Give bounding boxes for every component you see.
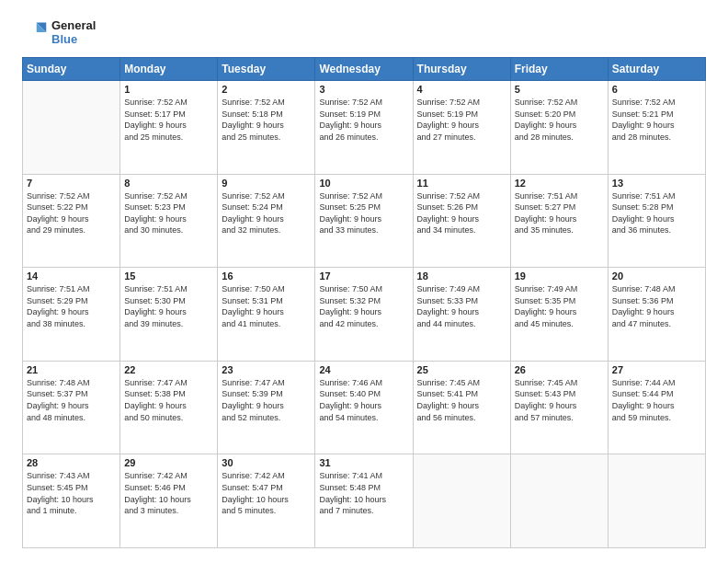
day-number: 17 <box>319 270 408 282</box>
day-info: Sunrise: 7:52 AM Sunset: 5:23 PM Dayligh… <box>124 190 213 236</box>
calendar-cell: 29Sunrise: 7:42 AM Sunset: 5:46 PM Dayli… <box>120 454 218 548</box>
day-info: Sunrise: 7:45 AM Sunset: 5:41 PM Dayligh… <box>417 377 506 423</box>
day-info: Sunrise: 7:50 AM Sunset: 5:31 PM Dayligh… <box>222 283 311 329</box>
day-number: 15 <box>124 270 213 282</box>
day-number: 28 <box>27 457 116 468</box>
day-number: 25 <box>417 364 506 375</box>
calendar-cell: 21Sunrise: 7:48 AM Sunset: 5:37 PM Dayli… <box>23 361 120 454</box>
day-number: 3 <box>319 84 408 95</box>
day-info: Sunrise: 7:51 AM Sunset: 5:30 PM Dayligh… <box>124 283 213 329</box>
day-info: Sunrise: 7:42 AM Sunset: 5:47 PM Dayligh… <box>222 470 311 516</box>
calendar-week-4: 28Sunrise: 7:43 AM Sunset: 5:45 PM Dayli… <box>23 454 706 548</box>
day-number: 4 <box>417 84 506 95</box>
day-number: 18 <box>417 270 506 282</box>
calendar-header-tuesday: Tuesday <box>218 58 315 81</box>
day-info: Sunrise: 7:50 AM Sunset: 5:32 PM Dayligh… <box>319 283 408 329</box>
day-number: 31 <box>319 457 408 468</box>
day-number: 7 <box>27 178 116 189</box>
day-number: 11 <box>417 178 506 189</box>
day-number: 19 <box>515 270 604 282</box>
logo-text: General Blue <box>51 18 96 46</box>
day-info: Sunrise: 7:49 AM Sunset: 5:35 PM Dayligh… <box>515 283 604 329</box>
calendar-cell: 2Sunrise: 7:52 AM Sunset: 5:18 PM Daylig… <box>218 81 315 175</box>
calendar-cell: 22Sunrise: 7:47 AM Sunset: 5:38 PM Dayli… <box>120 361 218 454</box>
day-info: Sunrise: 7:52 AM Sunset: 5:21 PM Dayligh… <box>612 97 701 143</box>
day-number: 2 <box>222 84 311 95</box>
day-info: Sunrise: 7:42 AM Sunset: 5:46 PM Dayligh… <box>124 470 213 516</box>
calendar-body: 1Sunrise: 7:52 AM Sunset: 5:17 PM Daylig… <box>23 81 706 548</box>
calendar-week-3: 21Sunrise: 7:48 AM Sunset: 5:37 PM Dayli… <box>23 361 706 454</box>
calendar-cell: 25Sunrise: 7:45 AM Sunset: 5:41 PM Dayli… <box>413 361 510 454</box>
calendar-cell: 18Sunrise: 7:49 AM Sunset: 5:33 PM Dayli… <box>413 268 510 362</box>
calendar-header-saturday: Saturday <box>608 58 705 81</box>
calendar-header-thursday: Thursday <box>413 58 510 81</box>
day-number: 12 <box>515 178 604 189</box>
logo: General Blue <box>22 18 96 46</box>
calendar-header-friday: Friday <box>510 58 608 81</box>
calendar-cell: 28Sunrise: 7:43 AM Sunset: 5:45 PM Dayli… <box>23 454 120 548</box>
day-number: 10 <box>319 178 408 189</box>
calendar-week-0: 1Sunrise: 7:52 AM Sunset: 5:17 PM Daylig… <box>23 81 706 175</box>
day-info: Sunrise: 7:51 AM Sunset: 5:29 PM Dayligh… <box>27 283 116 329</box>
day-number: 5 <box>515 84 604 95</box>
day-info: Sunrise: 7:52 AM Sunset: 5:26 PM Dayligh… <box>417 190 506 236</box>
day-info: Sunrise: 7:52 AM Sunset: 5:22 PM Dayligh… <box>27 190 116 236</box>
day-info: Sunrise: 7:48 AM Sunset: 5:36 PM Dayligh… <box>612 283 701 329</box>
calendar-cell: 5Sunrise: 7:52 AM Sunset: 5:20 PM Daylig… <box>510 81 608 175</box>
calendar-cell: 23Sunrise: 7:47 AM Sunset: 5:39 PM Dayli… <box>218 361 315 454</box>
day-number: 23 <box>222 364 311 375</box>
calendar-cell: 30Sunrise: 7:42 AM Sunset: 5:47 PM Dayli… <box>218 454 315 548</box>
calendar-cell <box>510 454 608 548</box>
calendar-cell: 14Sunrise: 7:51 AM Sunset: 5:29 PM Dayli… <box>23 268 120 362</box>
calendar-header-row: SundayMondayTuesdayWednesdayThursdayFrid… <box>23 58 706 81</box>
logo-icon <box>22 19 48 45</box>
day-number: 24 <box>319 364 408 375</box>
calendar-header-wednesday: Wednesday <box>315 58 413 81</box>
calendar-cell: 20Sunrise: 7:48 AM Sunset: 5:36 PM Dayli… <box>608 268 705 362</box>
day-info: Sunrise: 7:52 AM Sunset: 5:24 PM Dayligh… <box>222 190 311 236</box>
calendar-week-1: 7Sunrise: 7:52 AM Sunset: 5:22 PM Daylig… <box>23 174 706 268</box>
calendar-cell <box>23 81 120 175</box>
calendar-cell: 7Sunrise: 7:52 AM Sunset: 5:22 PM Daylig… <box>23 174 120 268</box>
day-number: 1 <box>124 84 213 95</box>
day-info: Sunrise: 7:52 AM Sunset: 5:19 PM Dayligh… <box>319 97 408 143</box>
day-info: Sunrise: 7:48 AM Sunset: 5:37 PM Dayligh… <box>27 377 116 423</box>
header: General Blue <box>22 18 706 46</box>
day-info: Sunrise: 7:51 AM Sunset: 5:28 PM Dayligh… <box>612 190 701 236</box>
calendar-cell: 13Sunrise: 7:51 AM Sunset: 5:28 PM Dayli… <box>608 174 705 268</box>
calendar-cell: 15Sunrise: 7:51 AM Sunset: 5:30 PM Dayli… <box>120 268 218 362</box>
calendar-cell: 17Sunrise: 7:50 AM Sunset: 5:32 PM Dayli… <box>315 268 413 362</box>
day-number: 22 <box>124 364 213 375</box>
day-number: 6 <box>612 84 701 95</box>
day-number: 8 <box>124 178 213 189</box>
calendar-cell: 6Sunrise: 7:52 AM Sunset: 5:21 PM Daylig… <box>608 81 705 175</box>
day-number: 9 <box>222 178 311 189</box>
calendar-cell: 4Sunrise: 7:52 AM Sunset: 5:19 PM Daylig… <box>413 81 510 175</box>
day-number: 27 <box>612 364 701 375</box>
calendar-cell: 10Sunrise: 7:52 AM Sunset: 5:25 PM Dayli… <box>315 174 413 268</box>
calendar-cell: 11Sunrise: 7:52 AM Sunset: 5:26 PM Dayli… <box>413 174 510 268</box>
calendar-cell: 3Sunrise: 7:52 AM Sunset: 5:19 PM Daylig… <box>315 81 413 175</box>
day-number: 21 <box>27 364 116 375</box>
calendar-cell: 24Sunrise: 7:46 AM Sunset: 5:40 PM Dayli… <box>315 361 413 454</box>
calendar-cell <box>608 454 705 548</box>
day-number: 16 <box>222 270 311 282</box>
day-info: Sunrise: 7:41 AM Sunset: 5:48 PM Dayligh… <box>319 470 408 516</box>
day-number: 14 <box>27 270 116 282</box>
calendar-cell: 27Sunrise: 7:44 AM Sunset: 5:44 PM Dayli… <box>608 361 705 454</box>
calendar-cell: 12Sunrise: 7:51 AM Sunset: 5:27 PM Dayli… <box>510 174 608 268</box>
day-info: Sunrise: 7:49 AM Sunset: 5:33 PM Dayligh… <box>417 283 506 329</box>
calendar-cell: 9Sunrise: 7:52 AM Sunset: 5:24 PM Daylig… <box>218 174 315 268</box>
calendar-table: SundayMondayTuesdayWednesdayThursdayFrid… <box>22 57 706 548</box>
day-info: Sunrise: 7:43 AM Sunset: 5:45 PM Dayligh… <box>27 470 116 516</box>
day-info: Sunrise: 7:52 AM Sunset: 5:25 PM Dayligh… <box>319 190 408 236</box>
day-info: Sunrise: 7:52 AM Sunset: 5:20 PM Dayligh… <box>515 97 604 143</box>
day-number: 29 <box>124 457 213 468</box>
calendar-cell: 1Sunrise: 7:52 AM Sunset: 5:17 PM Daylig… <box>120 81 218 175</box>
day-info: Sunrise: 7:47 AM Sunset: 5:38 PM Dayligh… <box>124 377 213 423</box>
day-info: Sunrise: 7:51 AM Sunset: 5:27 PM Dayligh… <box>515 190 604 236</box>
calendar-header-sunday: Sunday <box>23 58 120 81</box>
calendar-cell <box>413 454 510 548</box>
day-number: 26 <box>515 364 604 375</box>
page: General Blue SundayMondayTuesdayWednesda… <box>0 0 728 563</box>
